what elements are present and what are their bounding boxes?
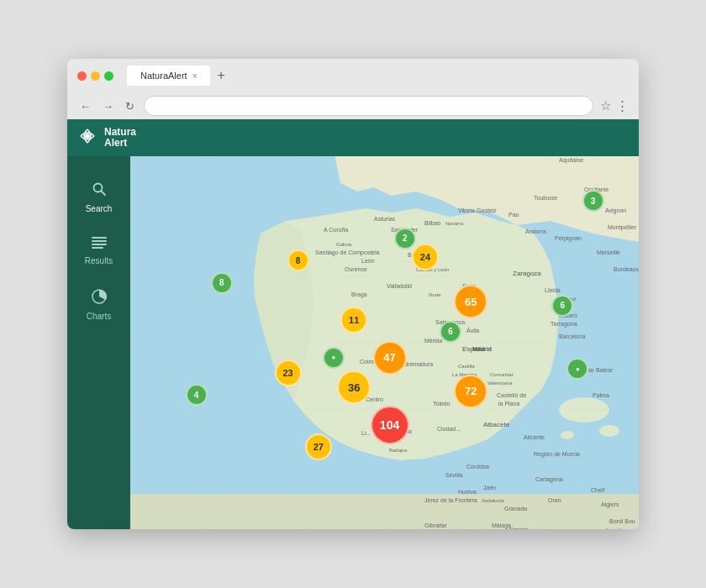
app-content: Natura Alert Search: [67, 119, 639, 529]
svg-text:A Coruña: A Coruña: [324, 227, 348, 233]
svg-text:Tarragona: Tarragona: [551, 321, 577, 328]
new-tab-button[interactable]: +: [213, 69, 228, 82]
svg-text:Lleida: Lleida: [545, 287, 561, 293]
svg-text:Asturias: Asturias: [374, 216, 396, 222]
tab-bar: NaturaAlert × +: [127, 66, 629, 86]
sidebar-item-results[interactable]: Results: [67, 225, 130, 277]
svg-text:Santiago de Compostela: Santiago de Compostela: [315, 249, 380, 256]
browser-chrome: NaturaAlert × + ← → ↻ ☆ ⋮: [67, 59, 639, 119]
logo-name-line2: Alert: [104, 138, 136, 149]
svg-rect-5: [92, 244, 107, 245]
cluster-c9[interactable]: 6: [440, 321, 461, 343]
results-label: Results: [85, 256, 113, 265]
menu-icon[interactable]: ⋮: [616, 98, 629, 113]
cluster-c2[interactable]: 2: [394, 228, 416, 249]
cluster-c14[interactable]: 104: [371, 406, 409, 444]
svg-text:Chelf: Chelf: [591, 487, 604, 493]
svg-text:Córdoba: Córdoba: [466, 464, 489, 470]
svg-text:Centro: Centro: [366, 396, 383, 402]
svg-text:Oran: Oran: [548, 497, 561, 503]
svg-text:Bordeaux: Bordeaux: [614, 266, 639, 272]
svg-text:Toulouse: Toulouse: [534, 195, 557, 201]
bookmark-icon[interactable]: ☆: [600, 98, 611, 113]
svg-point-11: [561, 431, 574, 439]
cluster-c7[interactable]: 6: [551, 295, 573, 317]
svg-text:Navarra: Navarra: [445, 221, 464, 226]
svg-text:Andorra: Andorra: [525, 228, 546, 234]
cluster-c18[interactable]: ●: [566, 358, 588, 380]
cluster-c11[interactable]: 23: [275, 360, 302, 386]
svg-text:Jerez de la Frontera: Jerez de la Frontera: [424, 497, 477, 503]
svg-text:Albacete: Albacete: [483, 421, 510, 428]
browser-titlebar: NaturaAlert × +: [67, 59, 639, 92]
svg-text:Mérida: Mérida: [424, 338, 443, 344]
svg-text:Jaén: Jaén: [483, 485, 496, 491]
sidebar-item-charts[interactable]: Charts: [67, 277, 130, 333]
maximize-button[interactable]: [104, 71, 113, 81]
refresh-button[interactable]: ↻: [123, 98, 137, 114]
cluster-c17[interactable]: ●: [323, 347, 345, 369]
address-bar[interactable]: [144, 96, 593, 116]
svg-text:Almería: Almería: [508, 527, 529, 529]
svg-text:Vitoria-Gasteiz: Vitoria-Gasteiz: [458, 207, 497, 213]
svg-point-10: [599, 425, 619, 437]
browser-toolbar: ← → ↻ ☆ ⋮: [67, 92, 639, 119]
svg-text:Bordi Bou: Bordi Bou: [609, 518, 635, 524]
svg-text:Toledo: Toledo: [433, 401, 450, 407]
svg-text:Alicante: Alicante: [524, 434, 545, 440]
tab-label: NaturaAlert: [140, 71, 187, 81]
cluster-c12[interactable]: 36: [337, 370, 371, 404]
cluster-c16[interactable]: 27: [305, 433, 332, 460]
logo-area: Natura Alert: [77, 126, 136, 150]
svg-text:Gibraltar: Gibraltar: [424, 522, 448, 528]
svg-text:Marseille: Marseille: [597, 249, 620, 255]
svg-line-2: [101, 192, 105, 196]
back-button[interactable]: ←: [77, 98, 93, 114]
svg-text:Valenciana: Valenciana: [487, 381, 513, 386]
svg-text:Algiers: Algiers: [601, 501, 619, 508]
svg-text:Pau: Pau: [508, 212, 519, 218]
close-button[interactable]: [77, 71, 87, 81]
svg-text:Braga: Braga: [351, 291, 367, 298]
cluster-c10[interactable]: 47: [373, 341, 407, 375]
cluster-c5[interactable]: 8: [211, 272, 233, 294]
svg-rect-3: [92, 237, 107, 239]
svg-text:Castelló de: Castelló de: [497, 392, 526, 398]
svg-text:Avignon: Avignon: [605, 207, 626, 214]
logo-icon: [77, 126, 97, 150]
svg-text:Región de Murcia: Región de Murcia: [534, 451, 580, 458]
svg-text:Sevilla: Sevilla: [445, 472, 463, 478]
svg-text:Palma: Palma: [593, 392, 609, 398]
svg-text:Norte: Norte: [429, 292, 441, 297]
minimize-button[interactable]: [91, 71, 100, 81]
svg-text:Andalucía: Andalucía: [482, 498, 504, 503]
search-label: Search: [86, 204, 113, 213]
cluster-c6[interactable]: 65: [454, 285, 487, 318]
tab-close-icon[interactable]: ×: [192, 71, 198, 81]
cluster-c1[interactable]: 3: [582, 190, 604, 212]
svg-text:León: León: [361, 258, 375, 264]
cluster-c3[interactable]: 24: [412, 244, 439, 270]
cluster-c8[interactable]: 11: [340, 307, 367, 333]
app-body: Search Results: [67, 156, 639, 529]
svg-text:Aquitaine: Aquitaine: [559, 157, 583, 164]
svg-rect-4: [92, 240, 107, 242]
map-container[interactable]: A Coruña Asturias Santander Bilbao Vitor…: [130, 156, 639, 529]
traffic-lights: [77, 71, 113, 81]
svg-text:Ourense: Ourense: [345, 266, 367, 272]
svg-text:Perpignan: Perpignan: [555, 235, 582, 242]
cluster-c13[interactable]: 72: [454, 375, 487, 408]
svg-text:Ciudad...: Ciudad...: [437, 426, 461, 432]
forward-button[interactable]: →: [100, 98, 116, 114]
svg-text:Galicia: Galicia: [336, 242, 352, 247]
svg-text:Valladolid: Valladolid: [387, 283, 412, 289]
svg-text:Ávila: Ávila: [466, 327, 479, 333]
sidebar-item-search[interactable]: Search: [67, 170, 130, 225]
svg-text:Cartagena: Cartagena: [535, 476, 563, 483]
cluster-c15[interactable]: 4: [186, 384, 208, 406]
browser-tab[interactable]: NaturaAlert ×: [127, 66, 210, 86]
browser-window: NaturaAlert × + ← → ↻ ☆ ⋮: [67, 59, 639, 529]
logo-text: Natura Alert: [104, 127, 136, 149]
cluster-c4[interactable]: 8: [287, 249, 309, 271]
svg-text:Comunitat: Comunitat: [490, 372, 514, 377]
